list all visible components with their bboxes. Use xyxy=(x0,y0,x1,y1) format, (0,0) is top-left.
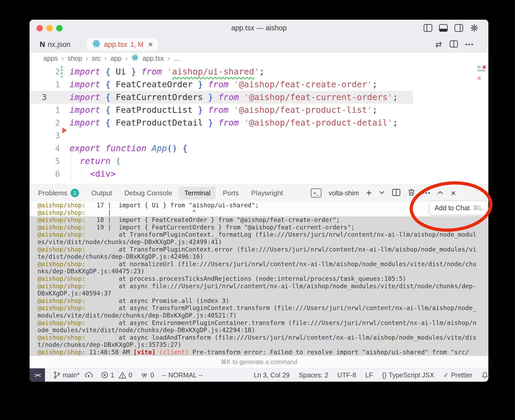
ruler-mark-blue xyxy=(477,66,481,69)
open-changes-icon[interactable]: ⇄ xyxy=(435,40,442,48)
terminal-line[interactable]: es/vite/dist/node/chunks/dep-DBxKXgDP.js… xyxy=(30,238,488,246)
terminal-line[interactable]: @aishop/shop: at process.processTicksAnd… xyxy=(30,275,488,283)
line-number: 2 xyxy=(30,67,70,76)
code-line[interactable]: 3import { FeatCurrentOrders } from '@ais… xyxy=(30,91,488,104)
breadcrumb-item[interactable]: app.tsx xyxy=(142,55,164,62)
panel-tab-label: Ports xyxy=(223,189,239,197)
add-to-chat-label: Add to Chat xyxy=(435,204,470,212)
terminal-line[interactable]: ode_modules/vite/dist/node/chunks/dep-DB… xyxy=(30,327,488,334)
code-line[interactable]: 2import { Ui } from 'aishop/ui-shared'; xyxy=(30,65,488,78)
broadcast-icon xyxy=(140,371,148,379)
new-terminal-icon[interactable]: + xyxy=(366,188,372,198)
panel-more-actions-icon[interactable] xyxy=(422,192,430,194)
tab-app-tsx[interactable]: app.tsx 1, M × xyxy=(87,38,158,51)
terminal-line[interactable]: modules/vite/dist/node/chunks/dep-DBxKXg… xyxy=(30,312,488,319)
terminal-shell-icon: >_ xyxy=(311,188,321,197)
panel-tab-output[interactable]: Output xyxy=(91,189,112,197)
kill-terminal-trash-icon[interactable] xyxy=(408,188,415,197)
error-icon xyxy=(101,371,108,379)
terminal-output[interactable]: @aishop/shop: 17 | import { Ui } from "a… xyxy=(30,201,488,356)
panel-header: Problems 1 Output Debug Console Terminal… xyxy=(30,185,488,201)
terminal-line[interactable]: te/dist/node/chunks/dep-DBxKXgDP.js:4249… xyxy=(30,253,488,261)
vim-mode-indicator[interactable]: -- NORMAL -- xyxy=(162,371,203,379)
code-line[interactable]: 5 return ( xyxy=(30,155,488,167)
forwarded-ports-count: 0 xyxy=(150,371,154,379)
panel-tab-debug-console[interactable]: Debug Console xyxy=(124,189,172,197)
tab-label: nx.json xyxy=(48,40,71,49)
gutter: 5 xyxy=(30,155,70,167)
tab-nx-json[interactable]: N nx.json xyxy=(34,38,76,51)
terminal-line[interactable]: @aishop/shop: 11:48:58 AM [vite] (client… xyxy=(30,349,488,356)
tab-close-icon[interactable]: × xyxy=(148,40,153,48)
editor-lines: 2import { Ui } from 'aishop/ui-shared';1… xyxy=(30,65,488,180)
split-terminal-icon[interactable] xyxy=(392,189,400,197)
split-editor-icon[interactable] xyxy=(449,40,458,49)
indent-guide xyxy=(71,167,71,180)
language-mode[interactable]: {} TypeScript JSX xyxy=(382,371,434,379)
maximize-panel-icon[interactable] xyxy=(437,191,443,196)
breadcrumb-more[interactable]: … xyxy=(174,55,180,62)
formatter-item[interactable]: ✓ Prettier xyxy=(443,371,472,379)
terminal-line[interactable]: @aishop/shop: 19 | import { FeatCurrentO… xyxy=(30,224,488,231)
eol-sequence[interactable]: LF xyxy=(365,371,373,379)
breadcrumb-separator: › xyxy=(125,54,128,63)
indentation[interactable]: Spaces: 2 xyxy=(299,371,328,379)
gutter: 1 xyxy=(30,78,70,91)
terminal-line[interactable]: @aishop/shop: at async Promise.all (inde… xyxy=(30,297,488,305)
toggle-primary-sidebar-icon[interactable] xyxy=(423,24,432,32)
notifications-bell-icon[interactable] xyxy=(481,371,488,379)
add-to-chat-button[interactable]: Add to Chat ⌘L xyxy=(430,201,488,215)
terminal-line[interactable]: @aishop/shop: at async file:///Users/jur… xyxy=(30,283,488,290)
panel-tab-ports[interactable]: Ports xyxy=(223,189,239,197)
breadcrumb-item[interactable]: src xyxy=(92,55,101,62)
remote-indicator[interactable]: >< xyxy=(30,368,45,382)
breadcrumb-item[interactable]: apps xyxy=(43,55,58,62)
encoding[interactable]: UTF-8 xyxy=(337,371,356,379)
terminal-line[interactable]: @aishop/shop: | ^ xyxy=(30,209,488,217)
toggle-secondary-sidebar-icon[interactable] xyxy=(454,24,463,32)
panel-tab-terminal[interactable]: Terminal xyxy=(179,187,216,200)
language-label: TypeScript JSX xyxy=(389,371,434,379)
breadcrumb-item[interactable]: shop xyxy=(68,55,82,62)
terminal-line[interactable]: DBxKXgDP.js:40594:37 xyxy=(30,290,488,297)
settings-gear-icon[interactable] xyxy=(470,23,479,32)
terminal-line[interactable]: @aishop/shop: at async TransformPluginCo… xyxy=(30,304,488,312)
terminal-line[interactable]: @aishop/shop: at async loadAndTransform … xyxy=(30,334,488,341)
panel-tab-label: Output xyxy=(91,189,112,197)
terminal-line[interactable]: @aishop/shop: 17 | import { Ui } from "a… xyxy=(30,202,488,209)
code-line[interactable]: 4export function App() { xyxy=(30,142,488,155)
terminal-line[interactable]: @aishop/shop: 18 | import { FeatCreateOr… xyxy=(30,216,488,224)
tab-problem-badge: 1, M xyxy=(130,41,144,48)
code-editor[interactable]: 2import { Ui } from 'aishop/ui-shared';1… xyxy=(30,64,488,184)
terminal-dropdown-icon[interactable] xyxy=(379,191,385,195)
scrollbar-slider[interactable] xyxy=(478,70,485,71)
code-line[interactable]: 1import { FeatCreateOrder } from '@aisho… xyxy=(30,78,488,91)
more-actions-icon[interactable] xyxy=(465,44,473,45)
panel-tab-playwright[interactable]: Playwright xyxy=(251,189,283,197)
terminal-line[interactable]: @aishop/shop: at async EnvironmentPlugin… xyxy=(30,319,488,327)
toggle-panel-icon[interactable] xyxy=(439,24,448,32)
breadcrumb-item[interactable]: app xyxy=(111,55,122,62)
close-panel-icon[interactable]: × xyxy=(451,188,456,197)
ruler-mark-pink xyxy=(478,77,481,80)
code-line[interactable]: 3 xyxy=(30,129,488,142)
nx-logo-icon: N xyxy=(40,40,44,49)
gutter: 2 xyxy=(30,65,70,78)
cursor-position[interactable]: Ln 3, Col 29 xyxy=(254,371,290,379)
code-line[interactable]: 2import { FeatProductDetail } from '@ais… xyxy=(30,116,488,129)
code-line[interactable]: 6 <div> xyxy=(30,167,488,180)
terminal-line[interactable]: @aishop/shop: at TransformPluginContext.… xyxy=(30,231,488,238)
terminal-line[interactable]: nks/dep-DBxKXgDP.js:40475:23) xyxy=(30,268,488,275)
terminal-line[interactable]: @aishop/shop: at TransformPluginContext.… xyxy=(30,246,488,253)
formatter-label: Prettier xyxy=(451,371,472,379)
ports-item[interactable]: 0 xyxy=(140,371,154,379)
terminal-instance-name[interactable]: volta-shim xyxy=(329,189,359,197)
terminal-line[interactable]: t/node/chunks/dep-DBxKXgDP.js:35735:27) xyxy=(30,341,488,349)
tab-bar: N nx.json app.tsx 1, M × ⇄ xyxy=(30,37,488,52)
problems-item[interactable]: 1 0 xyxy=(101,371,132,379)
git-branch-item[interactable]: main* xyxy=(53,371,93,379)
window-title: app.tsx — aishop xyxy=(30,24,488,32)
panel-tab-problems[interactable]: Problems 1 xyxy=(38,189,79,197)
terminal-line[interactable]: @aishop/shop: at normalizeUrl (file:///U… xyxy=(30,261,488,268)
code-line[interactable]: 1import { FeatProductList } from '@aisho… xyxy=(30,104,488,116)
